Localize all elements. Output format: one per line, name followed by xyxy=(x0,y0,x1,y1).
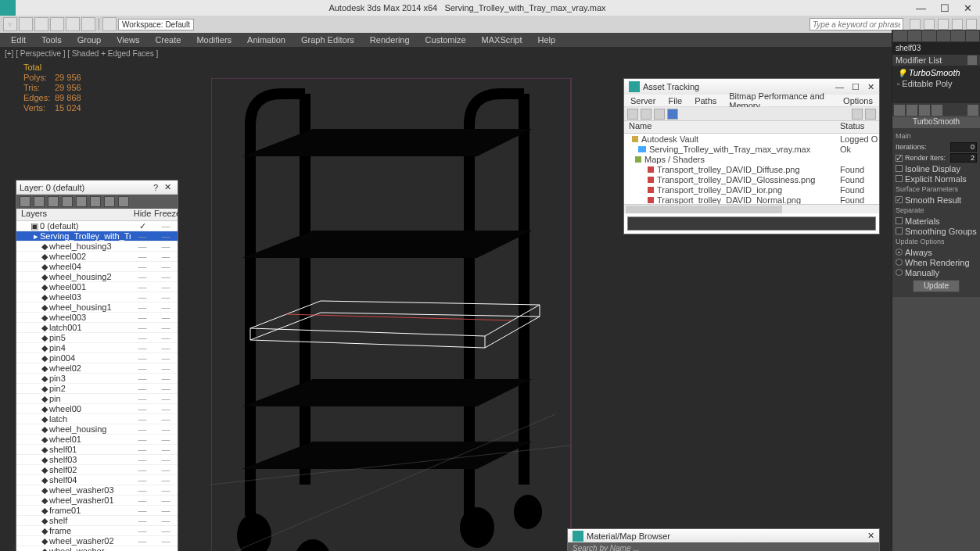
new-layer-icon[interactable] xyxy=(20,196,31,207)
make-unique-icon[interactable] xyxy=(919,105,930,116)
layer-item[interactable]: ◆wheel_washer01—— xyxy=(16,496,178,506)
exchange-icon[interactable] xyxy=(938,19,949,30)
selected-object-name[interactable]: shelf03 xyxy=(892,42,980,55)
asset-vault-row[interactable]: Autodesk VaultLogged O xyxy=(624,134,879,144)
asset-tb2-icon[interactable] xyxy=(641,109,652,120)
always-radio[interactable]: •Always xyxy=(896,247,977,257)
stack-turbosmooth[interactable]: 💡 TurboSmooth xyxy=(894,67,978,78)
redo-button[interactable] xyxy=(81,17,95,31)
asset-tracking-panel[interactable]: Asset Tracking —☐✕ Server File Paths Bit… xyxy=(623,78,880,234)
explicit-normals-checkbox[interactable]: Explicit Normals xyxy=(896,174,977,184)
layer-tree[interactable]: ▣0 (default)✓— ▸Serving_Trolley_with_Tra… xyxy=(16,221,178,551)
layer-item[interactable]: ◆wheel_housing1—— xyxy=(16,302,178,313)
asset-maximize[interactable]: ☐ xyxy=(852,82,860,92)
smooth-result-checkbox[interactable]: ✓Smooth Result xyxy=(896,195,977,205)
layer-item[interactable]: ◆pin3—— xyxy=(16,374,178,384)
pin-stack-icon[interactable] xyxy=(894,105,905,116)
asset-name-col[interactable]: Name xyxy=(624,121,840,133)
sep-materials-checkbox[interactable]: Materials xyxy=(896,216,977,226)
menu-graph-editors[interactable]: Graph Editors xyxy=(293,34,362,46)
layer-panel-close[interactable]: ✕ xyxy=(161,182,174,192)
minimize-button[interactable]: — xyxy=(916,2,926,14)
tab-hierarchy[interactable] xyxy=(922,30,936,41)
layer-item[interactable]: ◆pin004—— xyxy=(16,353,178,363)
help-search-input[interactable] xyxy=(809,18,903,30)
configure-sets-icon[interactable] xyxy=(967,105,978,116)
signin-icon[interactable] xyxy=(924,19,935,30)
layer-item[interactable]: ◆wheel04—— xyxy=(16,262,178,272)
material-search-input[interactable]: Search by Name ... xyxy=(568,542,879,551)
when-rendering-radio[interactable]: When Rendering xyxy=(896,257,977,267)
asset-menu-options[interactable]: Options xyxy=(837,96,879,106)
layers-col[interactable]: Layers xyxy=(16,209,131,220)
asset-tree[interactable]: Autodesk VaultLogged O Serving_Trolley_w… xyxy=(624,134,879,204)
freeze-col[interactable]: Freeze xyxy=(154,209,178,220)
menu-rendering[interactable]: Rendering xyxy=(362,34,418,46)
menu-animation[interactable]: Animation xyxy=(239,34,293,46)
layer-item[interactable]: ◆wheel_housing—— xyxy=(16,424,178,435)
layer-item[interactable]: ◆wheel03—— xyxy=(16,292,178,302)
tab-create[interactable] xyxy=(893,30,907,41)
layer-item[interactable]: ◆pin2—— xyxy=(16,384,178,394)
asset-menu-paths[interactable]: Paths xyxy=(688,96,723,106)
layer-panel-titlebar[interactable]: Layer: 0 (default) ? ✕ xyxy=(16,181,178,195)
isoline-checkbox[interactable]: Isoline Display xyxy=(896,163,977,174)
new-button[interactable] xyxy=(19,17,33,31)
menu-tools[interactable]: Tools xyxy=(34,34,70,46)
menu-customize[interactable]: Customize xyxy=(418,34,474,46)
layer-item[interactable]: ◆wheel_housing3—— xyxy=(16,242,178,252)
stack-editable-poly[interactable]: ▫ Editable Poly xyxy=(894,78,978,89)
layer-item[interactable]: ◆pin5—— xyxy=(16,333,178,343)
layer-item[interactable]: ◆shelf03—— xyxy=(16,455,178,465)
layer-item[interactable]: ◆wheel_washer03—— xyxy=(16,485,178,496)
asset-file-row[interactable]: Transport_trolley_DAVID_Normal.pngFound xyxy=(624,195,879,204)
manually-radio[interactable]: Manually xyxy=(896,267,977,277)
asset-maps-row[interactable]: Maps / Shaders xyxy=(624,154,879,164)
workspace-selector[interactable]: Workspace: Default xyxy=(118,19,194,30)
layer-item[interactable]: ◆frame01—— xyxy=(16,506,178,516)
layer-group[interactable]: ▸Serving_Trolley_with_Tray—— xyxy=(16,231,178,242)
layer-item[interactable]: ◆wheel01—— xyxy=(16,435,178,445)
remove-modifier-icon[interactable] xyxy=(932,105,942,116)
menu-edit[interactable]: Edit xyxy=(3,34,34,46)
layer-item[interactable]: ◆latch001—— xyxy=(16,323,178,333)
viewport-label[interactable]: [+] [ Perspective ] [ Shaded + Edged Fac… xyxy=(5,49,158,58)
asset-refresh-icon[interactable] xyxy=(627,109,638,120)
layer-item[interactable]: ◆wheel_washer—— xyxy=(16,546,178,551)
layer-item[interactable]: ◆wheel001—— xyxy=(16,282,178,292)
layer-item[interactable]: ◆shelf02—— xyxy=(16,465,178,475)
layer-item[interactable]: ◆pin4—— xyxy=(16,343,178,353)
rollout-title[interactable]: TurboSmooth xyxy=(892,117,980,128)
layer-item[interactable]: ◆shelf01—— xyxy=(16,445,178,455)
menu-modifiers[interactable]: Modifiers xyxy=(188,34,239,46)
layer-item[interactable]: ◆shelf—— xyxy=(16,516,178,526)
layer-item[interactable]: ◆pin—— xyxy=(16,394,178,404)
layer-item[interactable]: ◆wheel002—— xyxy=(16,252,178,262)
asset-h-scrollbar[interactable] xyxy=(624,204,879,213)
asset-close[interactable]: ✕ xyxy=(867,82,874,92)
maximize-button[interactable]: ☐ xyxy=(940,2,949,14)
layer-item[interactable]: ◆latch—— xyxy=(16,414,178,424)
material-close[interactable]: ✕ xyxy=(867,531,874,541)
material-browser-panel[interactable]: Material/Map Browser ✕ Search by Name ..… xyxy=(567,528,880,551)
layer-root[interactable]: ▣0 (default)✓— xyxy=(16,221,178,231)
layer-item[interactable]: ◆wheel_housing2—— xyxy=(16,272,178,282)
layer-item[interactable]: ◆wheel00—— xyxy=(16,404,178,414)
iterations-spinner[interactable]: 0 xyxy=(950,142,977,152)
asset-tb3-icon[interactable] xyxy=(654,109,665,120)
tab-modify[interactable] xyxy=(908,30,922,41)
hide-col[interactable]: Hide xyxy=(131,209,154,220)
layer-item[interactable]: ◆shelf04—— xyxy=(16,475,178,485)
highlight-layer-icon[interactable] xyxy=(76,196,87,207)
asset-tb6-icon[interactable] xyxy=(865,109,876,120)
hide-layer-icon[interactable] xyxy=(90,196,101,207)
asset-file-row[interactable]: Transport_trolley_DAVID_Diffuse.pngFound xyxy=(624,164,879,174)
render-iters-checkbox[interactable]: ✓ xyxy=(896,155,903,162)
modifier-stack[interactable]: 💡 TurboSmooth ▫ Editable Poly xyxy=(892,66,980,103)
show-end-result-icon[interactable] xyxy=(906,105,917,116)
asset-tb5-icon[interactable] xyxy=(852,109,863,120)
asset-path-input[interactable] xyxy=(627,216,876,231)
infocenter-icon[interactable] xyxy=(910,19,921,30)
tab-display[interactable] xyxy=(951,30,965,41)
menu-views[interactable]: Views xyxy=(109,34,147,46)
